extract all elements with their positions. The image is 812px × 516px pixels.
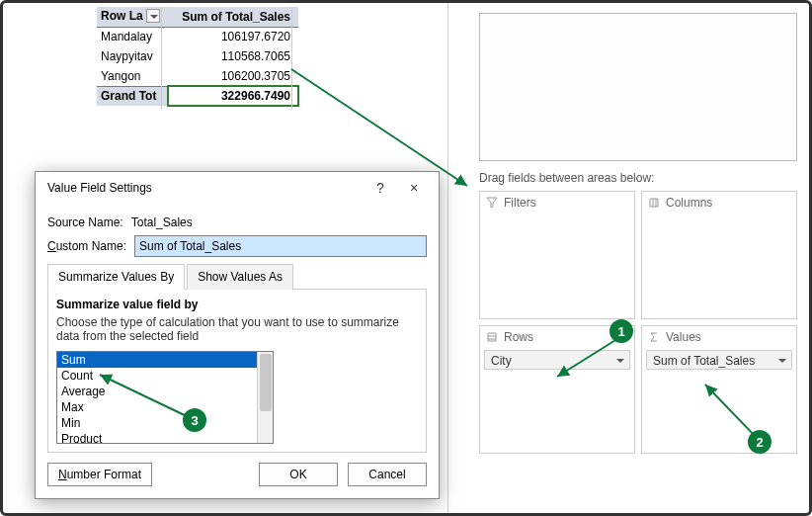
sigma-icon (648, 331, 660, 343)
pivot-row-label: Mandalay (97, 27, 168, 46)
value-field-settings-dialog: Value Field Settings ? × Source Name: To… (35, 171, 440, 499)
pane-divider[interactable] (447, 3, 448, 513)
pivot-total-value[interactable]: 322966.7490 (168, 86, 298, 106)
pivot-row-value: 106197.6720 (168, 27, 298, 46)
tab-summarize-values[interactable]: Summarize Values By (47, 264, 185, 290)
option-max[interactable]: Max (57, 399, 273, 415)
dropdown-icon[interactable] (146, 9, 160, 23)
cancel-button[interactable]: Cancel (348, 463, 427, 486)
ok-button[interactable]: OK (259, 463, 338, 486)
drag-areas-label: Drag fields between areas below: (475, 161, 801, 191)
custom-name-input[interactable] (134, 235, 427, 257)
callout-badge-2: 2 (748, 430, 771, 454)
pivot-row-value: 106200.3705 (168, 66, 298, 86)
rows-field-city[interactable]: City (484, 350, 630, 370)
callout-badge-3: 3 (183, 408, 206, 432)
listbox-scrollbar[interactable] (257, 352, 273, 443)
number-format-button[interactable]: Number Format (47, 463, 152, 486)
pivot-total-label: Grand Tot (97, 86, 168, 106)
option-min[interactable]: Min (57, 415, 273, 431)
values-area[interactable]: Values Sum of Total_Sales (641, 325, 797, 454)
field-list[interactable] (479, 13, 797, 161)
pivot-row-value: 110568.7065 (168, 46, 298, 66)
pivot-header-value: Sum of Total_Sales (168, 7, 298, 27)
help-button[interactable]: ? (364, 180, 397, 196)
pivot-fields-panel: Drag fields between areas below: Filters… (475, 9, 801, 503)
svg-line-0 (291, 69, 467, 186)
columns-area[interactable]: Columns (641, 191, 797, 319)
pivot-row-label: Yangon (97, 66, 168, 86)
columns-icon (648, 197, 660, 209)
option-sum[interactable]: Sum (57, 352, 273, 368)
option-count[interactable]: Count (57, 368, 273, 384)
source-name-value: Total_Sales (131, 215, 193, 229)
summarize-title: Summarize value field by (56, 298, 418, 311)
pivot-row-label: Naypyitav (97, 46, 168, 66)
tab-show-values-as[interactable]: Show Values As (187, 264, 293, 290)
pivot-table: Row La Sum of Total_Sales Mandalay106197… (97, 7, 298, 106)
option-product[interactable]: Product (57, 431, 273, 444)
source-name-label: Source Name: (47, 215, 123, 229)
option-average[interactable]: Average (57, 384, 273, 399)
pivot-header-rowlabels[interactable]: Row La (97, 7, 168, 27)
dialog-title: Value Field Settings (47, 181, 364, 195)
filter-icon (486, 197, 498, 209)
rows-area[interactable]: Rows City (479, 325, 635, 454)
close-button[interactable]: × (397, 180, 431, 196)
filters-area[interactable]: Filters (479, 191, 635, 319)
values-field-sum[interactable]: Sum of Total_Sales (646, 350, 792, 370)
callout-badge-1: 1 (609, 319, 633, 343)
custom-name-label: Custom Name: (47, 239, 126, 253)
summarize-function-listbox[interactable]: Sum Count Average Max Min Product (56, 351, 274, 444)
summarize-desc: Choose the type of calculation that you … (56, 315, 418, 343)
rows-icon (486, 331, 498, 343)
